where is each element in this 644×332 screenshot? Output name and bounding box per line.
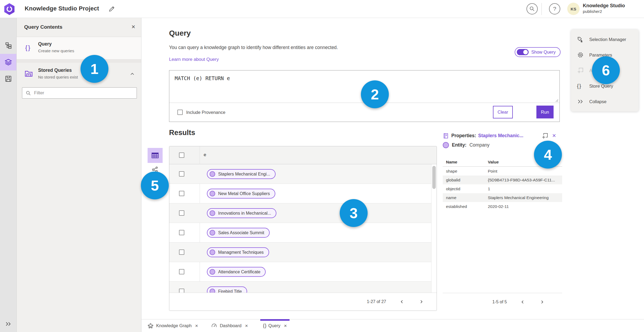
property-row: established2020-02-11 (443, 202, 562, 211)
row-checkbox[interactable] (179, 269, 184, 274)
run-button[interactable]: Run (536, 106, 554, 118)
close-tab-icon[interactable]: × (284, 323, 287, 329)
results-prev-page-button[interactable] (398, 298, 405, 305)
results-next-page-button[interactable] (418, 298, 425, 305)
add-to-map-icon (577, 67, 584, 74)
query-contents-title: Query Contents (24, 24, 63, 30)
include-provenance-checkbox[interactable] (177, 110, 183, 115)
add-to-map-icon[interactable] (541, 132, 548, 139)
results-scrollbar[interactable] (431, 164, 437, 293)
callout-badge-5: 5 (141, 171, 169, 199)
tab-knowledge-graph[interactable]: Knowledge Graph × (146, 319, 200, 332)
callout-badge-2: 2 (361, 80, 389, 108)
show-query-label: Show Query (531, 50, 556, 55)
chevron-up-icon[interactable] (129, 71, 135, 77)
resize-handle-icon[interactable] (555, 98, 558, 102)
double-chevron-right-icon (5, 321, 12, 327)
section-gap (17, 59, 141, 63)
user-role: publisher2 (583, 9, 625, 14)
toggle-on-icon (517, 49, 529, 55)
row-checkbox[interactable] (179, 171, 184, 177)
entity-pill[interactable]: New Metal Office Suppliers (207, 189, 275, 199)
entity-value: Company (469, 142, 489, 148)
left-icon-rail (0, 18, 17, 332)
callout-badge-4: 4 (534, 141, 562, 169)
include-provenance-option: Include Provenance (177, 110, 225, 115)
braces-icon: { } (263, 323, 266, 329)
filter-search-icon (25, 90, 31, 96)
collapse-item[interactable]: Collapse (571, 94, 639, 109)
query-contents-header: Query Contents × (17, 18, 141, 37)
entity-pill[interactable]: Firebird Title (207, 286, 247, 293)
row-checkbox[interactable] (179, 210, 184, 216)
entity-pill[interactable]: Innovations in Mechanical... (207, 208, 276, 218)
row-checkbox[interactable] (179, 249, 184, 255)
dashboard-gauge-icon (211, 323, 217, 329)
entity-type-dot-icon (443, 142, 449, 148)
stored-queries-section[interactable]: Stored Queries No stored queries exist (17, 63, 141, 86)
project-title: Knowledge Studio Project (25, 5, 99, 12)
properties-prev-page-button[interactable] (519, 299, 526, 305)
avatar[interactable]: KS (567, 3, 580, 15)
tab-dashboard[interactable]: Dashboard × (209, 319, 250, 332)
rail-item-layers[interactable] (0, 54, 16, 70)
query-editor-footer: Include Provenance Clear Run (169, 103, 559, 122)
double-chevron-right-icon (577, 99, 584, 105)
properties-next-page-button[interactable] (539, 299, 546, 305)
scrollbar-thumb[interactable] (432, 166, 436, 189)
entity-dot-icon (210, 191, 215, 196)
chevron-right-icon (419, 299, 424, 304)
close-tab-icon[interactable]: × (245, 323, 248, 329)
property-row: globalid{5D9B4713-F98D-4A53-A59F-C11... (443, 176, 562, 184)
properties-entity-link[interactable]: Staplers Mechanic... (478, 133, 523, 139)
close-panel-icon[interactable]: × (131, 24, 135, 30)
entity-dot-icon (210, 171, 215, 177)
rail-item-save[interactable] (0, 70, 16, 87)
properties-icon (443, 133, 449, 139)
table-row: Sales Associate Summit (169, 223, 437, 243)
help-button[interactable]: ? (549, 3, 560, 14)
callout-badge-1: 1 (80, 55, 108, 83)
properties-label: Properties: (451, 133, 476, 139)
results-table-view-button[interactable] (148, 148, 163, 163)
query-description: You can query a knowledge graph to ident… (169, 45, 338, 50)
save-icon (5, 75, 12, 83)
chevron-left-icon (400, 299, 404, 304)
expand-rail-button[interactable] (0, 319, 16, 329)
entity-pill[interactable]: Managment Techniques (207, 247, 269, 257)
rail-item-data-model[interactable] (0, 37, 16, 54)
entity-pill[interactable]: Staplers Mechanical Engi... (207, 169, 276, 179)
chevron-left-icon (520, 300, 525, 304)
table-icon (151, 151, 159, 159)
tab-query[interactable]: { } Query × (261, 319, 288, 332)
table-row: Innovations in Mechanical... (169, 203, 437, 223)
entity-pill[interactable]: Sales Associate Summit (207, 228, 270, 238)
topbar-divider (541, 3, 542, 15)
row-checkbox[interactable] (179, 191, 184, 196)
query-item-subtitle: Create new queries (38, 49, 74, 53)
table-row: Staplers Mechanical Engi... (169, 164, 437, 184)
filter-input[interactable] (34, 88, 135, 98)
query-item[interactable]: { } Query Create new queries (17, 37, 141, 59)
help-icon: ? (553, 6, 556, 12)
layers-icon (4, 58, 12, 66)
close-properties-icon[interactable]: × (552, 132, 556, 139)
edit-title-pencil-icon[interactable] (108, 5, 115, 12)
entity-pill[interactable]: Attendance Certificate (207, 267, 266, 277)
learn-more-link[interactable]: Learn more about Query (169, 57, 219, 62)
app-logo-icon[interactable] (4, 3, 15, 15)
row-checkbox[interactable] (179, 230, 184, 235)
clear-button[interactable]: Clear (493, 106, 513, 118)
results-pagination: 1-27 of 27 (169, 293, 437, 311)
column-header-e: e (204, 152, 206, 158)
property-row: objectid1 (443, 184, 562, 193)
table-row: Firebird Title (169, 282, 437, 293)
show-query-toggle[interactable]: Show Query (515, 47, 561, 57)
properties-page-range: 1-5 of 5 (492, 300, 507, 304)
callout-badge-6: 6 (592, 56, 620, 84)
selection-manager-item[interactable]: Selection Manager (571, 32, 639, 47)
close-tab-icon[interactable]: × (195, 323, 198, 329)
select-all-checkbox[interactable] (179, 152, 184, 158)
user-block[interactable]: Knowledge Studio publisher2 (583, 3, 625, 14)
search-button[interactable] (526, 3, 538, 14)
